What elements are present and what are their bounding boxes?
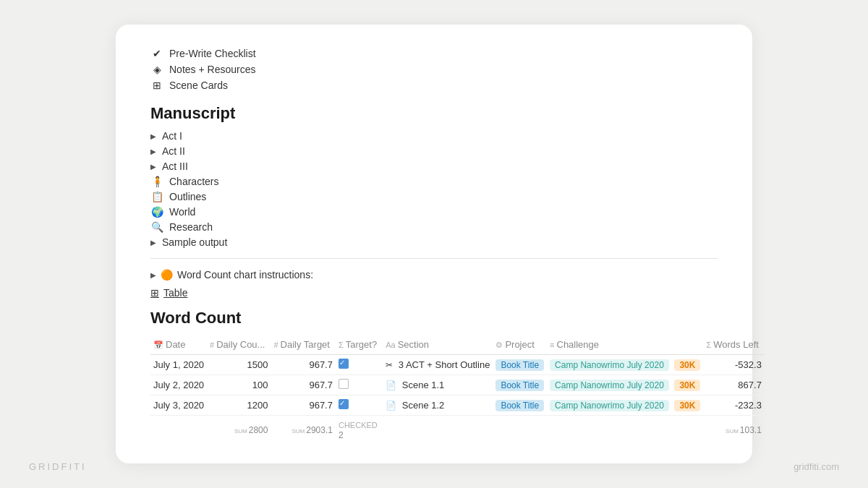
manuscript-item-research[interactable]: 🔍 Research: [150, 221, 718, 233]
table-grid-icon: ⊞: [150, 287, 159, 299]
nav-label-notes: Notes + Resources: [169, 64, 255, 75]
grid-icon: ⊞: [150, 80, 163, 91]
th-words-left: ΣWords Left: [703, 336, 764, 355]
cell-count-2: 100: [207, 375, 271, 395]
nav-label-prewrite: Pre-Write Checklist: [169, 48, 256, 59]
manuscript-label-sample: Sample output: [162, 236, 227, 248]
th-target: ΣTarget?: [336, 336, 383, 355]
nav-label-scenecards: Scene Cards: [169, 80, 228, 91]
table-row: July 2, 2020 100 967.7 📄 Scene 1.1 Book …: [150, 375, 765, 395]
table-row: July 3, 2020 1200 967.7 📄 Scene 1.2 Book…: [150, 395, 765, 416]
checkmark-icon: ✔: [150, 48, 163, 59]
cell-target-3: 967.7: [271, 395, 336, 416]
footer-sum-target: 2903.1: [306, 425, 333, 435]
manuscript-label-world: World: [169, 206, 195, 218]
cell-project-2: Book Title: [493, 375, 547, 395]
cell-wordsleft-2: 867.7: [703, 375, 764, 395]
cell-count-1: 1500: [207, 355, 271, 375]
footer-checked-value: 2: [339, 430, 344, 440]
cell-checkbox-1[interactable]: [336, 355, 383, 375]
brand-logo: GRIDFITI: [29, 461, 87, 472]
manuscript-item-sample[interactable]: ▶ Sample output: [150, 236, 718, 248]
nav-list: ✔ Pre-Write Checklist ◈ Notes + Resource…: [150, 48, 718, 91]
th-challenge: ≡Challenge: [547, 336, 703, 355]
world-icon: 🌍: [150, 206, 163, 218]
cell-project-3: Book Title: [493, 395, 547, 416]
cell-challenge-2: Camp Nanowrimo July 2020 30K: [547, 375, 703, 395]
manuscript-item-act2[interactable]: ▶ Act II: [150, 145, 718, 157]
cell-section-2: 📄 Scene 1.1: [383, 375, 493, 395]
triangle-icon-act3: ▶: [150, 163, 156, 171]
table-link-label: Table: [163, 287, 187, 299]
main-card: ✔ Pre-Write Checklist ◈ Notes + Resource…: [116, 25, 752, 463]
table-header-row: 📅Date #Daily Cou... #Daily Target ΣTarge…: [150, 336, 765, 355]
footer-sum-wordsleft: 103.1: [740, 425, 762, 435]
nav-item-prewrite[interactable]: ✔ Pre-Write Checklist: [150, 48, 718, 59]
section-icon-3: 📄: [386, 401, 396, 411]
orange-dot-icon: 🟠: [161, 269, 173, 281]
th-daily-count: #Daily Cou...: [207, 336, 271, 355]
manuscript-label-act1: Act I: [162, 130, 182, 142]
wc-title: Word Count: [150, 309, 718, 328]
triangle-icon-act1: ▶: [150, 132, 156, 140]
triangle-icon-act2: ▶: [150, 147, 156, 155]
manuscript-item-outlines[interactable]: 📋 Outlines: [150, 191, 718, 202]
cell-wordsleft-1: -532.3: [703, 355, 764, 375]
word-count-table: 📅Date #Daily Cou... #Daily Target ΣTarge…: [150, 336, 765, 440]
manuscript-item-act3[interactable]: ▶ Act III: [150, 160, 718, 172]
th-date: 📅Date: [150, 336, 207, 355]
triangle-icon-sample: ▶: [150, 239, 156, 247]
section-icon-1: ✂: [386, 360, 393, 370]
manuscript-title: Manuscript: [150, 104, 718, 123]
cell-wordsleft-3: -232.3: [703, 395, 764, 416]
manuscript-item-act1[interactable]: ▶ Act I: [150, 130, 718, 142]
wc-instructions-row[interactable]: ▶ 🟠 Word Count chart instructions:: [150, 269, 718, 281]
table-footer-row: sum2800 sum2903.1 CHECKED 2 sum103.1: [150, 416, 765, 441]
research-icon: 🔍: [150, 221, 163, 233]
table-link[interactable]: ⊞ Table: [150, 287, 187, 299]
outlines-icon: 📋: [150, 191, 163, 202]
manuscript-label-act3: Act III: [162, 160, 188, 172]
manuscript-list: ▶ Act I ▶ Act II ▶ Act III 🧍 Characters …: [150, 130, 718, 248]
manuscript-label-act2: Act II: [162, 145, 185, 157]
table-row: July 1, 2020 1500 967.7 ✂ 3 ACT + Short …: [150, 355, 765, 375]
cell-date-3: July 3, 2020: [150, 395, 207, 416]
cell-date-1: July 1, 2020: [150, 355, 207, 375]
th-daily-target: #Daily Target: [271, 336, 336, 355]
cell-checkbox-3[interactable]: [336, 395, 383, 416]
nav-item-notes[interactable]: ◈ Notes + Resources: [150, 64, 718, 75]
cell-project-1: Book Title: [493, 355, 547, 375]
characters-icon: 🧍: [150, 176, 163, 187]
th-project: ⚙Project: [493, 336, 547, 355]
cell-target-1: 967.7: [271, 355, 336, 375]
th-section: AaSection: [383, 336, 493, 355]
nav-item-scenecards[interactable]: ⊞ Scene Cards: [150, 80, 718, 91]
cell-target-2: 967.7: [271, 375, 336, 395]
cell-challenge-1: Camp Nanowrimo July 2020 30K: [547, 355, 703, 375]
wc-instructions-label: Word Count chart instructions:: [177, 269, 313, 281]
cell-section-3: 📄 Scene 1.2: [383, 395, 493, 416]
manuscript-label-research: Research: [169, 221, 213, 233]
section-icon-2: 📄: [386, 380, 396, 390]
footer-sum-count: 2800: [249, 425, 268, 435]
cell-checkbox-2[interactable]: [336, 375, 383, 395]
cell-count-3: 1200: [207, 395, 271, 416]
brand-url: gridfiti.com: [793, 461, 839, 472]
manuscript-item-characters[interactable]: 🧍 Characters: [150, 176, 718, 187]
notes-icon: ◈: [150, 64, 163, 75]
divider: [150, 258, 718, 259]
manuscript-label-outlines: Outlines: [169, 191, 206, 202]
triangle-icon-wc: ▶: [150, 271, 156, 279]
cell-challenge-3: Camp Nanowrimo July 2020 30K: [547, 395, 703, 416]
cell-section-1: ✂ 3 ACT + Short Outline: [383, 355, 493, 375]
cell-date-2: July 2, 2020: [150, 375, 207, 395]
manuscript-label-characters: Characters: [169, 176, 218, 187]
manuscript-item-world[interactable]: 🌍 World: [150, 206, 718, 218]
